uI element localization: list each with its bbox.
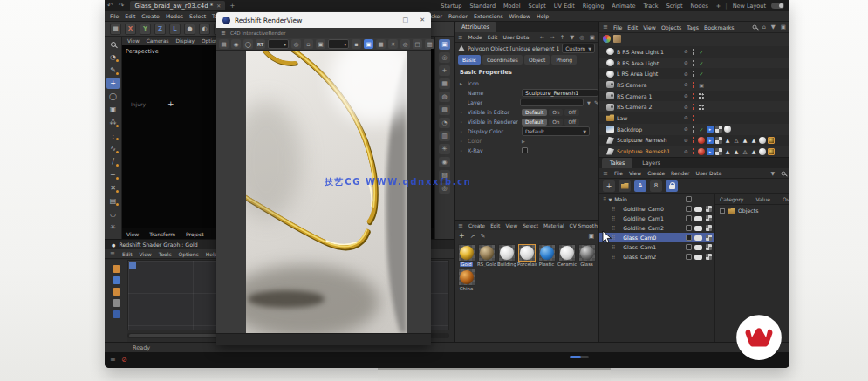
visibility-dots[interactable]	[692, 70, 695, 78]
menu-item[interactable]: File	[110, 13, 119, 19]
take-checkbox[interactable]	[686, 225, 692, 231]
search-icon[interactable]	[752, 25, 756, 30]
visibility-dots[interactable]	[692, 59, 695, 67]
column-header[interactable]: Category	[720, 196, 743, 202]
magnet-icon[interactable]: ◡	[106, 208, 120, 220]
layout-tab[interactable]: Rigging	[583, 3, 605, 10]
layout-tab[interactable]: Model	[503, 3, 521, 10]
folder-icon[interactable]	[619, 180, 631, 192]
render-settings-icon[interactable]	[706, 244, 712, 250]
visibility-icon[interactable]: ⊘	[684, 60, 689, 65]
snap-z-icon[interactable]: Z	[154, 24, 166, 35]
object-row[interactable]: B RS Area Light 1 ⊘	[599, 46, 789, 58]
search-icon[interactable]	[106, 38, 120, 50]
material-swatch[interactable]: Porcelain	[516, 244, 537, 267]
panel-icon[interactable]: ▣	[781, 24, 786, 31]
knife-icon[interactable]: ✕	[106, 182, 120, 194]
new-layout-button[interactable]: New Layout	[733, 3, 766, 10]
tri-tag[interactable]	[750, 148, 757, 155]
menu-item[interactable]: Create	[141, 13, 160, 19]
zoom-fit-icon[interactable]: □	[413, 39, 422, 49]
take-row[interactable]: ⠿ ▼ Goldline_Cam0	[599, 204, 714, 214]
flag-tag[interactable]	[707, 137, 714, 144]
object-manager-menu-item[interactable]: View	[643, 24, 656, 31]
hamburger-icon[interactable]: ≡	[110, 356, 116, 364]
drag-handle-icon[interactable]: ⠿	[612, 206, 614, 212]
option-off[interactable]: Off	[564, 109, 579, 116]
viewport-bottom-tab[interactable]: Project	[186, 231, 204, 237]
renderview-titlebar[interactable]: Redshift RenderView □ ✕	[216, 12, 431, 28]
materials-menu-item[interactable]: Select	[523, 223, 538, 228]
visibility-dots[interactable]	[692, 147, 695, 155]
take-menu-item[interactable]: Render	[671, 170, 689, 176]
stop-render-icon[interactable]: ◯	[243, 39, 253, 49]
checker-tag[interactable]	[715, 137, 722, 144]
material-swatch[interactable]: Ceramic	[557, 244, 577, 267]
viewport-menu-item[interactable]: View	[127, 38, 140, 44]
redo-icon[interactable]: ↷	[119, 2, 125, 10]
white-balance-icon[interactable]: ◎	[400, 39, 410, 49]
materials-menu-item[interactable]: View	[505, 223, 517, 228]
take-checkbox[interactable]	[686, 244, 692, 250]
rt-mode-icon[interactable]: RT	[256, 39, 265, 49]
tri-tag[interactable]	[750, 137, 757, 144]
sphere-white-tag[interactable]	[759, 148, 766, 155]
dots-tag[interactable]	[698, 92, 705, 99]
expander-icon[interactable]: ▸	[460, 80, 464, 86]
layout-tab[interactable]: +	[716, 3, 721, 10]
eyedropper-icon[interactable]: ✎	[481, 233, 486, 240]
category-checkbox[interactable]	[720, 208, 725, 214]
hamburger-icon[interactable]: ≡	[458, 34, 462, 41]
layout-tab[interactable]: Script	[666, 3, 683, 10]
column-header[interactable]: Over	[783, 196, 789, 202]
auto-take-icon[interactable]: A	[634, 180, 646, 192]
materials-menu-item[interactable]: CV Smooth	[570, 223, 598, 228]
snapshot-icon[interactable]: ▤	[219, 39, 229, 49]
compare-icon[interactable]: ▫	[304, 39, 313, 49]
materials-menu-item[interactable]: Edit	[490, 223, 500, 228]
render-canvas[interactable]	[216, 51, 431, 333]
drag-handle-icon[interactable]: ⠿	[603, 196, 605, 202]
material-swatch[interactable]: RS_Gold	[476, 244, 496, 267]
flag-tag[interactable]	[707, 148, 714, 155]
sphere-white-tag[interactable]	[724, 126, 731, 133]
gold-tag[interactable]	[768, 148, 775, 155]
check-tag[interactable]	[698, 48, 705, 55]
objects-category-row[interactable]: Objects	[715, 205, 789, 214]
check-tag[interactable]	[698, 126, 705, 133]
node-editor-menu-item[interactable]: View	[140, 251, 152, 257]
check-tag[interactable]	[698, 71, 705, 78]
node-tool-icon[interactable]	[113, 276, 120, 284]
expander-icon[interactable]: ▶	[522, 139, 525, 144]
option-default[interactable]: Default	[522, 119, 547, 126]
visibility-icon[interactable]: ⊘	[684, 149, 689, 154]
render-region-icon[interactable]: ◐	[199, 24, 210, 35]
visibility-icon[interactable]: ⊘	[684, 49, 689, 54]
visibility-icon[interactable]: ⊘	[684, 82, 689, 87]
object-manager-menu-item[interactable]: Bookmarks	[704, 24, 735, 31]
menu-item[interactable]: Extensions	[474, 13, 503, 19]
material-swatch[interactable]: Building	[496, 244, 516, 267]
tri-tag[interactable]	[724, 148, 731, 155]
column-header[interactable]: Value	[755, 196, 769, 202]
node-editor-menu-item[interactable]: Options	[179, 251, 199, 257]
take-checkbox[interactable]	[686, 215, 692, 221]
take-menu-item[interactable]: Create	[647, 170, 665, 176]
camera-dropdown-icon[interactable]: ▾	[268, 39, 289, 49]
layout-tab[interactable]: Animate	[612, 3, 635, 10]
minimize-icon[interactable]: □	[403, 17, 409, 24]
layout-panel-icon[interactable]: ▣	[439, 39, 450, 50]
document-tab[interactable]: Glass_braid_aw_r03.c4d * ✕	[130, 1, 225, 10]
render-view-icon[interactable]: ●	[184, 24, 195, 35]
sphere-icon[interactable]: ◍	[439, 92, 450, 102]
menu-item[interactable]: Edit	[125, 13, 135, 19]
object-row[interactable]: Sculpture_Remesh1 ⊘	[599, 146, 789, 157]
menu-item[interactable]: Select	[189, 13, 206, 19]
nav-icon[interactable]: →	[550, 34, 554, 41]
points-icon[interactable]: ⋮	[106, 130, 120, 141]
material-thumbnail[interactable]	[458, 244, 475, 262]
render-settings-icon[interactable]	[706, 225, 712, 231]
layout-tab[interactable]: UV Edit	[554, 3, 575, 10]
attribute-tab[interactable]: Coordinates	[482, 55, 523, 65]
attribute-tab[interactable]: Basic	[458, 55, 481, 65]
